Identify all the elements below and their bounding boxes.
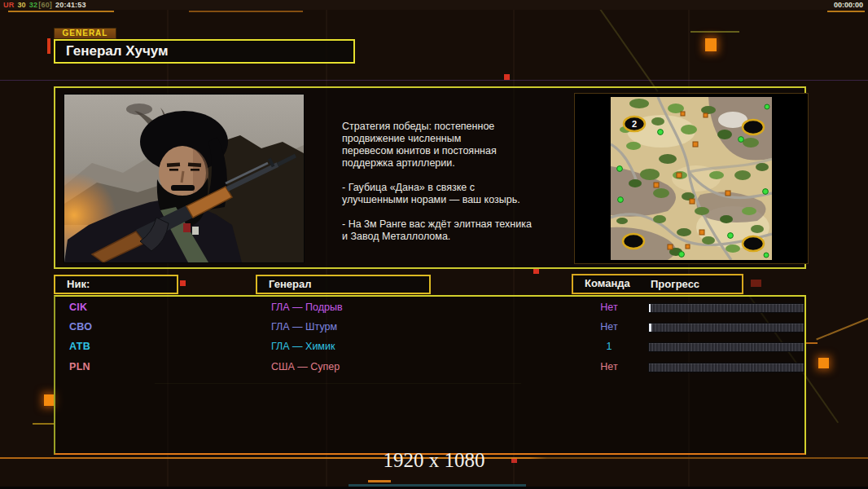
player-general: ГЛА — Подрыв xyxy=(271,302,343,313)
player-nick: PLN xyxy=(69,361,90,372)
start-marker-label: 2 xyxy=(632,119,637,129)
game-lobby-screen: UR3032[60]20:41:53 00:00:00 GENERAL Гене… xyxy=(0,0,868,489)
fps-value: 30 xyxy=(17,1,25,9)
general-portrait xyxy=(64,94,305,263)
glow-square xyxy=(44,394,54,406)
player-general: ГЛА — Химик xyxy=(271,341,335,352)
column-header-team-progress: Команда Прогресс xyxy=(572,274,743,294)
statusbar-underline xyxy=(189,11,303,12)
progress-bar xyxy=(649,363,804,372)
start-marker xyxy=(743,236,764,251)
minimap-panel: 2 xyxy=(574,93,809,264)
progress-fill xyxy=(649,304,651,312)
progress-bar xyxy=(649,324,804,332)
player-nick: CIK xyxy=(69,302,87,313)
circuit-trace xyxy=(33,423,55,425)
column-header-progress: Прогресс xyxy=(651,275,699,293)
red-square xyxy=(504,74,510,80)
player-nick: СВО xyxy=(69,321,92,333)
smoke-puff xyxy=(126,104,152,115)
progress-bar xyxy=(649,304,804,312)
eye-right xyxy=(191,169,199,171)
page-title: Генерал Хучум xyxy=(54,39,355,64)
player-list: CIK ГЛА — Подрыв Нет СВО ГЛА — Штурм Нет… xyxy=(54,295,806,455)
player-general: ГЛА — Штурм xyxy=(271,321,337,333)
player-team: 1 xyxy=(589,341,629,352)
red-square xyxy=(533,268,539,274)
medal-white xyxy=(192,227,199,235)
resolution-label: 1920 x 1080 xyxy=(0,449,868,472)
glow-square xyxy=(818,358,829,368)
player-row-2: СВО ГЛА — Штурм Нет xyxy=(55,318,804,337)
statusbar-underline xyxy=(8,11,114,12)
circuit-trace xyxy=(0,80,868,81)
player-row-4: PLN США — Супер Нет xyxy=(55,358,804,377)
column-header-team: Команда xyxy=(585,277,630,289)
match-timer: 00:00:00 xyxy=(834,1,863,9)
general-tab-label: GENERAL xyxy=(54,28,116,39)
player-team: Нет xyxy=(589,302,629,313)
player-team: Нет xyxy=(589,361,629,372)
player-general: США — Супер xyxy=(271,361,340,372)
network-label: UR xyxy=(3,1,14,9)
footer-dash xyxy=(368,480,391,482)
medal-red xyxy=(183,223,191,232)
mustache xyxy=(171,185,195,191)
strategy-briefing-text: Стратегия победы: постепенное продвижени… xyxy=(342,121,560,243)
red-square xyxy=(180,280,186,286)
nose-line xyxy=(182,171,183,183)
status-bar: UR3032[60]20:41:53 00:00:00 xyxy=(0,0,868,10)
player-row-1: CIK ГЛА — Подрыв Нет xyxy=(55,298,804,318)
red-square xyxy=(751,280,761,287)
glow-square xyxy=(705,38,717,51)
circuit-trace xyxy=(816,317,868,341)
player-row-3: АТВ ГЛА — Химик 1 xyxy=(55,337,804,357)
rate-value: 32 xyxy=(29,1,37,9)
progress-fill xyxy=(649,324,651,332)
player-nick: АТВ xyxy=(69,341,90,352)
title-edge-tick xyxy=(47,38,50,54)
start-marker-2: 2 xyxy=(624,117,645,131)
player-team: Нет xyxy=(589,321,629,333)
progress-bar xyxy=(649,343,804,351)
circuit-trace xyxy=(690,31,739,33)
clock-value: 20:41:53 xyxy=(55,1,86,9)
statusbar-underline xyxy=(827,11,865,12)
briefing-panel: Стратегия победы: постепенное продвижени… xyxy=(54,86,806,269)
column-header-general: Генерал xyxy=(256,275,431,294)
eye-left xyxy=(169,169,178,171)
portrait-image xyxy=(64,95,304,262)
column-header-nick: Ник: xyxy=(54,275,178,294)
start-marker xyxy=(743,120,764,134)
circuit-trace xyxy=(587,0,658,92)
minimap-image: 2 xyxy=(611,97,772,260)
network-stats: UR3032[60]20:41:53 xyxy=(3,1,90,9)
start-marker xyxy=(623,234,644,249)
rate-cap: [60] xyxy=(38,1,52,9)
